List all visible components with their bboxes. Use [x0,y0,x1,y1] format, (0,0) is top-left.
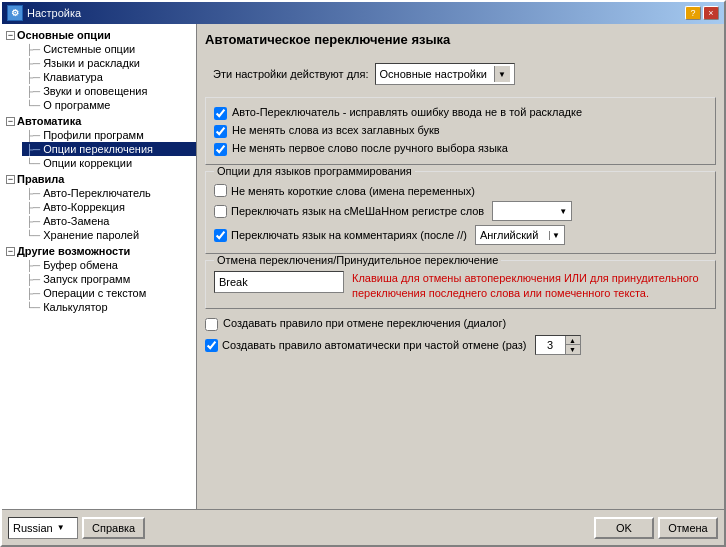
help-button[interactable]: Справка [82,517,145,539]
checkbox-auto-switch-input[interactable] [214,107,227,120]
checkbox-create-rule-auto-input[interactable] [205,339,218,352]
comments-lang-value: Английский [480,229,539,241]
tree-children-other: ├─Буфер обмена ├─Запуск программ ├─Опера… [2,258,196,314]
title-bar-left: ⚙ Настройка [7,5,81,21]
comments-arrow: ▼ [549,231,560,240]
spinner-times: ▲ ▼ [535,335,581,355]
settings-window: ⚙ Настройка ? × − Основные опции ├─Систе… [0,0,726,547]
section-label-rules: Правила [17,173,64,185]
footer-left: Russian ▼ Справка [8,517,145,539]
footer: Russian ▼ Справка OK Отмена [2,509,724,545]
expand-other[interactable]: − [6,247,15,256]
sidebar-item-launch[interactable]: ├─Запуск программ [22,272,196,286]
main-checkboxes-group: Авто-Переключатель - исправлять ошибку в… [205,97,716,165]
tree-root-basic[interactable]: − Основные опции [2,28,196,42]
checkbox-no-caps-label: Не менять слова из всех заглавных букв [232,124,440,136]
tree-root-auto[interactable]: − Автоматика [2,114,196,128]
checkbox-create-rule-dialog-input[interactable] [205,318,218,331]
sidebar-item-correction-options[interactable]: └─Опции коррекции [22,156,196,170]
language-value: Russian [13,522,53,534]
prog-checkbox-short-words[interactable] [214,184,227,197]
cancel-button[interactable]: Отмена [658,517,718,539]
checkbox-auto-switch: Авто-Переключатель - исправлять ошибку в… [214,104,707,122]
help-title-button[interactable]: ? [685,6,701,20]
title-bar-buttons: ? × [685,6,719,20]
prog-group: Опции для языков программирования Не мен… [205,171,716,254]
sidebar-item-auto-replace[interactable]: ├─Авто-Замена [22,214,196,228]
applies-dropdown[interactable]: Основные настройки ▼ [375,63,515,85]
break-input[interactable] [214,271,344,293]
sidebar-item-auto-switch[interactable]: ├─Авто-Переключатель [22,186,196,200]
language-arrow: ▼ [57,523,65,532]
ok-button[interactable]: OK [594,517,654,539]
applies-label: Эти настройки действуют для: [213,68,369,80]
main-panel: Автоматическое переключение языка Эти на… [197,24,724,509]
sidebar-item-sounds[interactable]: ├─Звуки и оповещения [22,84,196,98]
tree-root-other[interactable]: − Другие возможности [2,244,196,258]
tree-children-auto: ├─Профили программ ├─Опции переключения … [2,128,196,170]
prog-dropdown-comments[interactable]: Английский ▼ [475,225,565,245]
sidebar-item-auto-correct[interactable]: ├─Авто-Коррекция [22,200,196,214]
tree-root-rules[interactable]: − Правила [2,172,196,186]
checkbox-no-first-word-label: Не менять первое слово после ручного выб… [232,142,508,154]
title-bar: ⚙ Настройка ? × [2,2,724,24]
cancel-group-label: Отмена переключения/Принудительное перек… [214,254,501,266]
sidebar-item-calculator[interactable]: └─Калькулятор [22,300,196,314]
prog-label-short-words: Не менять короткие слова (имена переменн… [231,185,475,197]
mixed-case-arrow: ▼ [559,207,567,216]
prog-group-label: Опции для языков программирования [214,165,415,177]
sidebar-item-clipboard[interactable]: ├─Буфер обмена [22,258,196,272]
panel-title: Автоматическое переключение языка [205,32,716,51]
tree-section-basic: − Основные опции ├─Системные опции ├─Язы… [2,28,196,112]
checkbox-create-rule-auto: Создавать правило автоматически при част… [205,333,716,357]
cancel-group: Отмена переключения/Принудительное перек… [205,260,716,309]
checkbox-no-caps: Не менять слова из всех заглавных букв [214,122,707,140]
sidebar: − Основные опции ├─Системные опции ├─Язы… [2,24,197,509]
prog-label-comments: Переключать язык на комментариях (после … [231,229,467,241]
checkbox-no-first-word-input[interactable] [214,143,227,156]
sidebar-item-switch-options[interactable]: ├─Опции переключения [22,142,196,156]
applies-value: Основные настройки [380,68,487,80]
expand-auto[interactable]: − [6,117,15,126]
tree-section-auto: − Автоматика ├─Профили программ ├─Опции … [2,114,196,170]
prog-row-mixed-case: Переключать язык на сМеШаНном регистре с… [214,199,707,223]
spinner-buttons: ▲ ▼ [566,336,580,354]
sidebar-item-languages[interactable]: ├─Языки и раскладки [22,56,196,70]
prog-checkbox-mixed-case[interactable] [214,205,227,218]
tree-children-rules: ├─Авто-Переключатель ├─Авто-Коррекция ├─… [2,186,196,242]
window-title: Настройка [27,7,81,19]
cancel-description: Клавиша для отмены автопереключения ИЛИ … [352,271,707,302]
section-label-auto: Автоматика [17,115,81,127]
prog-row-short-words: Не менять короткие слова (имена переменн… [214,182,707,199]
sidebar-item-system[interactable]: ├─Системные опции [22,42,196,56]
checkbox-create-rule-auto-label: Создавать правило автоматически при част… [222,339,527,351]
bottom-checkboxes: Создавать правило при отмене переключени… [205,315,716,357]
prog-dropdown-mixed-case[interactable]: ▼ [492,201,572,221]
tree-section-rules: − Правила ├─Авто-Переключатель ├─Авто-Ко… [2,172,196,242]
cancel-inner: Клавиша для отмены автопереключения ИЛИ … [214,271,707,302]
checkbox-create-rule-dialog: Создавать правило при отмене переключени… [205,315,716,333]
spinner-down-button[interactable]: ▼ [566,345,580,354]
expand-rules[interactable]: − [6,175,15,184]
window-icon: ⚙ [7,5,23,21]
checkbox-auto-switch-label: Авто-Переключатель - исправлять ошибку в… [232,106,582,118]
sidebar-item-keyboard[interactable]: ├─Клавиатура [22,70,196,84]
sidebar-item-about[interactable]: └─О программе [22,98,196,112]
spinner-times-input[interactable] [536,336,566,354]
sidebar-item-profiles[interactable]: ├─Профили программ [22,128,196,142]
spinner-up-button[interactable]: ▲ [566,336,580,346]
footer-right: OK Отмена [594,517,718,539]
close-title-button[interactable]: × [703,6,719,20]
language-dropdown[interactable]: Russian ▼ [8,517,78,539]
prog-checkbox-comments[interactable] [214,229,227,242]
section-label-basic: Основные опции [17,29,111,41]
checkbox-create-rule-dialog-label: Создавать правило при отмене переключени… [223,317,506,329]
tree-children-basic: ├─Системные опции ├─Языки и раскладки ├─… [2,42,196,112]
applies-dropdown-arrow: ▼ [494,66,510,82]
sidebar-item-text-ops[interactable]: ├─Операции с текстом [22,286,196,300]
expand-basic[interactable]: − [6,31,15,40]
section-label-other: Другие возможности [17,245,130,257]
applies-row: Эти настройки действуют для: Основные на… [205,59,716,89]
checkbox-no-caps-input[interactable] [214,125,227,138]
sidebar-item-passwords[interactable]: └─Хранение паролей [22,228,196,242]
